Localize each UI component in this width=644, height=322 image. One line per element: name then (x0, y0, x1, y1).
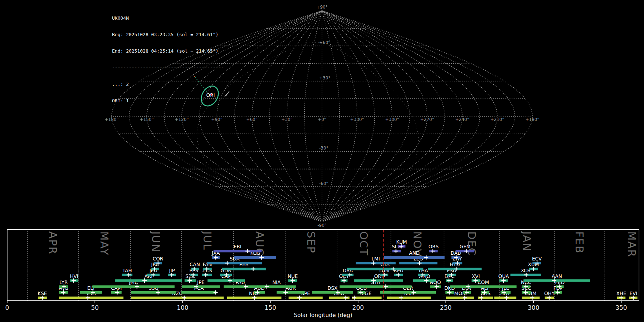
svg-text:ORS: ORS (428, 244, 439, 249)
session-info: UK004N Beg: 20251028 03:23:35 (sol = 214… (112, 4, 224, 114)
shower-bar-evi: EVI (629, 291, 638, 300)
svg-text:GEM: GEM (459, 244, 470, 249)
svg-text:+30°: +30° (319, 75, 330, 80)
svg-text:-30°: -30° (319, 146, 328, 151)
svg-text:COR: COR (153, 256, 163, 262)
svg-text:QUA: QUA (498, 273, 509, 279)
svg-text:ERI: ERI (234, 244, 241, 249)
shower-bars: KSEETANZCNDASPEARDEGENTAMONURSAHYGUMOHYX… (38, 239, 637, 300)
session-begin: Beg: 20251028 03:23:35 (sol = 214.61°) (112, 32, 224, 37)
shower-bar-qua: QUA (498, 273, 509, 283)
svg-text:+120°: +120° (175, 117, 189, 122)
svg-text:+30°: +30° (281, 117, 292, 122)
station-id: UK004N (112, 15, 224, 21)
month-label: APR (47, 231, 59, 255)
svg-text:+90°: +90° (316, 5, 327, 10)
separator-line: ---------------------------------------- (112, 65, 224, 70)
svg-text:200: 200 (352, 304, 364, 311)
shower-bar-lyr: LYR (59, 279, 68, 289)
svg-text:JIP: JIP (169, 268, 175, 273)
month-label: FEB (573, 231, 586, 254)
svg-text:ECV: ECV (532, 256, 542, 262)
month-label: OCT (357, 231, 370, 256)
svg-text:NIA: NIA (272, 279, 281, 285)
svg-text:DSX: DSX (327, 285, 337, 291)
month-label: SEP (305, 231, 317, 254)
svg-text:+180°: +180° (105, 117, 119, 122)
svg-text:AND: AND (409, 250, 420, 256)
shower-bar-hvi: HVI (70, 273, 78, 283)
activity-chart: APRMAYJUNJULAUGSEPOCTNOVDECJANFEBMARKSEE… (5, 230, 639, 312)
session-end: End: 20251028 04:25:14 (sol = 214.65°) (112, 48, 224, 54)
svg-text:XHE: XHE (616, 291, 626, 296)
svg-text:EVI: EVI (629, 291, 637, 296)
shower-bar-xvi: XVI (472, 273, 480, 283)
svg-text:+150°: +150° (140, 117, 154, 122)
shower-bar-nue: NUE (288, 273, 298, 283)
svg-text:XVI: XVI (472, 273, 480, 279)
svg-text:OHY: OHY (544, 291, 555, 296)
svg-text:+330°: +330° (350, 117, 364, 122)
svg-text:-60°: -60° (319, 181, 328, 186)
x-axis-label: Solar longitude (deg) (294, 312, 352, 318)
svg-text:50: 50 (91, 304, 99, 311)
shower-bar-kum: KUM (396, 239, 407, 249)
svg-text:300: 300 (528, 304, 539, 311)
svg-text:+60°: +60° (319, 40, 330, 45)
meteor-observation-screen: +180°+150°+120°+90°+60°+30°+0°+330°+300°… (0, 0, 644, 322)
shower-bar-tah: TAH (122, 268, 132, 277)
month-label: MAY (98, 231, 111, 256)
month-label: JAN (521, 231, 533, 252)
svg-text:NUE: NUE (288, 273, 298, 279)
svg-text:LMI: LMI (372, 256, 380, 262)
svg-text:KUM: KUM (396, 239, 407, 245)
svg-text:LYR: LYR (59, 279, 68, 285)
svg-text:+270°: +270° (420, 117, 434, 122)
count-ori: ORI: 1 (112, 98, 224, 103)
svg-text:+300°: +300° (385, 117, 399, 122)
month-label: JUN (150, 231, 162, 253)
x-axis-ticks: 050100150200250300350 (5, 301, 627, 311)
svg-text:+60°: +60° (246, 117, 257, 122)
svg-text:0: 0 (5, 304, 9, 311)
sporadic-meteor-streaks (225, 91, 229, 97)
shower-bar-jip: JIP (168, 268, 176, 277)
svg-text:+210°: +210° (491, 117, 504, 122)
shower-bar-xhe: XHE (616, 291, 626, 300)
svg-text:350: 350 (615, 304, 627, 311)
svg-text:+180°: +180° (526, 117, 540, 122)
svg-text:+240°: +240° (455, 117, 469, 122)
shower-bar-ohy: OHY (544, 291, 555, 300)
svg-text:150: 150 (264, 304, 276, 311)
svg-text:KSE: KSE (38, 291, 47, 296)
svg-text:CAN: CAN (190, 262, 200, 267)
shower-bar-can: CAN (190, 262, 200, 271)
svg-text:-90°: -90° (317, 223, 327, 228)
svg-text:250: 250 (440, 304, 452, 311)
shower-bar-ors: ORS (428, 244, 439, 253)
shower-bar-cor: COR (153, 256, 163, 265)
svg-text:100: 100 (177, 304, 188, 311)
svg-text:HVI: HVI (70, 273, 78, 279)
svg-text:XCB: XCB (521, 268, 531, 273)
svg-text:JPE: JPE (197, 279, 205, 285)
month-label: MAR (625, 231, 638, 258)
count-sporadic: ...: 2 (112, 82, 224, 87)
radiant-map-and-activity-plot: +180°+150°+120°+90°+60°+30°+0°+330°+300°… (0, 0, 644, 322)
svg-text:+90°: +90° (211, 117, 222, 122)
svg-text:AAN: AAN (552, 273, 562, 279)
shower-bar-kse: KSE (38, 291, 47, 300)
shower-bar-ecv: ECV (532, 256, 542, 265)
svg-text:TAH: TAH (122, 268, 132, 273)
svg-text:+0°: +0° (318, 117, 326, 122)
shower-bar-ege: EGE (352, 291, 381, 300)
month-label: JUL (201, 231, 214, 251)
